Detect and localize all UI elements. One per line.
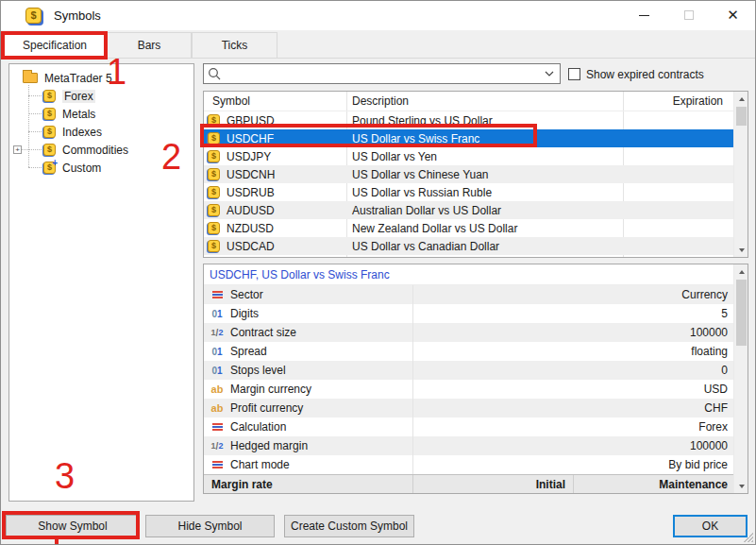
tree-root-label: MetaTrader 5 (44, 72, 112, 85)
symbols-dialog: $ Symbols ✕ Specification Bars Ticks Met… (0, 0, 756, 545)
spec-row-hedged-margin: 1/2Hedged margin100000 (204, 436, 735, 455)
tree-connector (28, 113, 42, 114)
tree-item-custom[interactable]: $+Custom (9, 159, 193, 177)
expand-plus-icon[interactable]: + (13, 145, 22, 154)
spec-property: Calculation (204, 420, 412, 434)
symbol-row-usdjpy[interactable]: $USDJPYUS Dollar vs Yen (204, 147, 735, 165)
symbol-cell: $GBPUSD (204, 114, 346, 128)
margin-maintenance-label: Maintenance (573, 478, 735, 491)
symbol-row-usdchf[interactable]: $USDCHFUS Dollar vs Swiss Franc (204, 129, 735, 147)
maximize-button[interactable] (666, 1, 711, 29)
list-bars-icon (210, 423, 225, 431)
scrollbar-thumb[interactable] (736, 280, 747, 346)
symbol-description: Pound Sterling vs US Dollar (346, 114, 623, 128)
tree-item-label: Metals (62, 108, 95, 121)
spec-property-value: 5 (412, 307, 735, 320)
details-scrollbar[interactable] (733, 264, 748, 493)
symbol-search-box (203, 63, 561, 84)
scrollbar-thumb[interactable] (736, 107, 747, 126)
close-button[interactable]: ✕ (711, 1, 755, 29)
show-expired-checkbox[interactable] (568, 68, 580, 80)
hide-symbol-button[interactable]: Hide Symbol (145, 515, 275, 537)
spec-property: Chart mode (204, 458, 412, 471)
scroll-up-icon[interactable] (734, 264, 748, 279)
spec-property-label: Digits (230, 307, 259, 320)
fraction-half-icon: 1/2 (210, 328, 225, 338)
spec-property-label: Calculation (230, 420, 286, 434)
symbol-tree-panel: MetaTrader 5 $Forex$Metals$Indexes+$Comm… (8, 63, 194, 502)
custom-plus-icon: + (52, 158, 58, 168)
symbol-row-usdrub[interactable]: $USDRUBUS Dollar vs Russian Ruble (204, 183, 735, 201)
scroll-down-icon[interactable] (734, 479, 748, 493)
spec-row-calculation: CalculationForex (204, 417, 735, 436)
ab-text-icon: ab (210, 402, 225, 414)
symbol-row-usdcad[interactable]: $USDCADUS Dollar vs Canadian Dollar (204, 237, 735, 255)
tree-item-forex[interactable]: $Forex (9, 87, 193, 105)
specification-rows: SectorCurrency01Digits51/2Contract size1… (204, 285, 748, 474)
symbol-name: NZDUSD (227, 222, 274, 235)
chevron-down-icon[interactable] (545, 71, 554, 77)
spec-row-sector: SectorCurrency (204, 285, 735, 304)
symbol-row-gbpusd[interactable]: $GBPUSDPound Sterling vs US Dollar (204, 111, 735, 129)
table-header: Symbol Description Expiration (204, 92, 748, 111)
fraction-half-icon: 1/2 (210, 441, 225, 451)
create-custom-symbol-button[interactable]: Create Custom Symbol (284, 515, 414, 537)
close-icon: ✕ (727, 7, 739, 24)
list-bars-icon (210, 461, 225, 468)
spec-property-label: Margin currency (230, 383, 311, 396)
symbol-row-usdcnh[interactable]: $USDCNHUS Dollar vs Chinese Yuan (204, 165, 735, 183)
symbol-row-nzdusd[interactable]: $NZDUSDNew Zealand Dollar vs US Dollar (204, 219, 735, 237)
symbol-description: Australian Dollar vs US Dollar (346, 204, 623, 217)
show-symbol-button[interactable]: Show Symbol (6, 515, 140, 537)
currency-coin-icon: $ (208, 186, 220, 198)
tab-ticks[interactable]: Ticks (192, 32, 277, 59)
tree-connector (28, 131, 42, 132)
symbol-description: New Zealand Dollar vs US Dollar (346, 222, 623, 235)
scroll-down-icon[interactable] (734, 243, 748, 257)
digits-01-icon: 01 (210, 347, 225, 357)
resize-grip[interactable] (744, 533, 753, 542)
spec-property: 01Digits (204, 307, 412, 320)
tree-item-indexes[interactable]: $Indexes (9, 123, 193, 141)
scroll-up-icon[interactable] (734, 92, 748, 106)
spec-row-contract-size: 1/2Contract size100000 (204, 323, 735, 342)
spec-row-spread: 01Spreadfloating (204, 342, 735, 361)
currency-coin-icon: $ (43, 126, 56, 138)
search-input[interactable] (225, 67, 545, 80)
show-expired-label[interactable]: Show expired contracts (586, 68, 704, 81)
column-header-symbol[interactable]: Symbol (212, 94, 250, 108)
column-header-description[interactable]: Description (352, 94, 409, 108)
currency-coin-icon: $ (208, 132, 220, 145)
spec-property-label: Contract size (230, 326, 296, 339)
tree-root-metatrader5[interactable]: MetaTrader 5 (9, 69, 193, 87)
table-body: $GBPUSDPound Sterling vs US Dollar$USDCH… (204, 111, 748, 255)
spec-property: 01Stops level (204, 364, 412, 377)
spec-property-value: floating (412, 345, 735, 358)
ok-button[interactable]: OK (673, 515, 748, 537)
folder-icon (23, 73, 38, 83)
table-scrollbar[interactable] (733, 92, 748, 257)
tree-item-metals[interactable]: $Metals (9, 105, 193, 123)
spec-property-value: USD (412, 383, 735, 396)
footer-divider (412, 475, 413, 494)
list-bars-icon (210, 291, 225, 298)
symbol-cell: $USDCHF (204, 132, 346, 145)
symbol-name: USDRUB (227, 186, 275, 199)
currency-coin-icon: $ (208, 150, 220, 162)
tab-bars[interactable]: Bars (107, 32, 192, 59)
minimize-button[interactable] (622, 1, 666, 29)
symbol-name: USDCNH (227, 168, 275, 181)
symbol-description: US Dollar vs Yen (346, 150, 623, 163)
tree-item-commodities[interactable]: +$Commodities (9, 141, 193, 159)
digits-01-icon: 01 (210, 309, 225, 319)
symbol-cell: $USDCNH (204, 168, 346, 181)
spec-property: 1/2Hedged margin (204, 439, 412, 452)
annotation-tick (55, 539, 59, 545)
symbol-row-audusd[interactable]: $AUDUSDAustralian Dollar vs US Dollar (204, 201, 735, 219)
tree-children: $Forex$Metals$Indexes+$Commodities$+Cust… (9, 87, 193, 177)
column-header-expiration[interactable]: Expiration (673, 94, 723, 108)
tab-specification[interactable]: Specification (3, 32, 107, 60)
spec-row-stops-level: 01Stops level0 (204, 361, 735, 380)
spec-property-label: Sector (230, 288, 263, 301)
spec-property: Sector (204, 288, 412, 301)
